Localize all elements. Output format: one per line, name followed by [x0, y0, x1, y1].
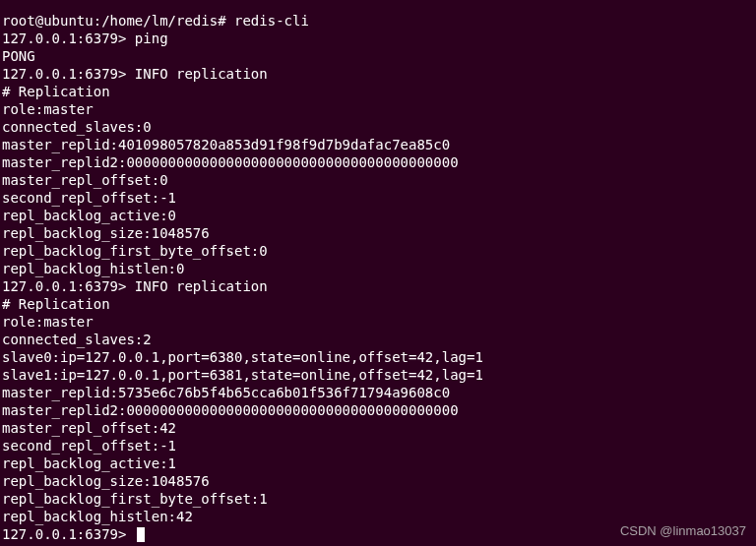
watermark-text: CSDN @linmao13037 — [620, 522, 746, 540]
redis-prompt: 127.0.0.1:6379> — [2, 278, 135, 294]
terminal-cursor — [137, 527, 145, 542]
output-line: repl_backlog_active:1 — [2, 455, 754, 472]
output-line: master_replid:401098057820a853d91f98f9d7… — [2, 136, 754, 153]
redis-prompt-line: 127.0.0.1:6379> ping — [2, 30, 754, 47]
shell-prompt: root@ubuntu:/home/lm/redis# — [2, 13, 234, 29]
output-line: master_replid2:0000000000000000000000000… — [2, 401, 754, 419]
output-line: master_replid:5735e6c76b5f4b65cca6b01f53… — [2, 384, 754, 401]
output-line: slave1:ip=127.0.0.1,port=6381,state=onli… — [2, 366, 754, 384]
output-line: repl_backlog_active:0 — [2, 207, 754, 224]
output-line: repl_backlog_first_byte_offset:1 — [2, 490, 754, 508]
output-pong: PONG — [2, 47, 754, 65]
output-line: role:master — [2, 313, 754, 331]
partial-previous-line — [2, 4, 754, 12]
output-line: second_repl_offset:-1 — [2, 437, 754, 455]
output-line: connected_slaves:0 — [2, 118, 754, 136]
output-line: repl_backlog_first_byte_offset:0 — [2, 242, 754, 260]
output-line: master_repl_offset:0 — [2, 171, 754, 189]
shell-command: redis-cli — [234, 13, 309, 29]
output-line: # Replication — [2, 83, 754, 100]
redis-prompt-line: 127.0.0.1:6379> INFO replication — [2, 65, 754, 83]
redis-command: INFO replication — [135, 278, 268, 294]
redis-command: INFO replication — [135, 66, 268, 82]
redis-prompt: 127.0.0.1:6379> — [2, 525, 135, 543]
redis-prompt-line: 127.0.0.1:6379> INFO replication — [2, 277, 754, 295]
output-line: role:master — [2, 100, 754, 118]
output-line: master_repl_offset:42 — [2, 419, 754, 437]
output-line: repl_backlog_histlen:0 — [2, 260, 754, 277]
redis-command: ping — [135, 30, 168, 46]
output-line: # Replication — [2, 295, 754, 313]
output-line: master_replid2:0000000000000000000000000… — [2, 153, 754, 171]
output-line: connected_slaves:2 — [2, 331, 754, 348]
output-line: slave0:ip=127.0.0.1,port=6380,state=onli… — [2, 348, 754, 366]
redis-prompt: 127.0.0.1:6379> — [2, 30, 135, 46]
shell-prompt-line: root@ubuntu:/home/lm/redis# redis-cli — [2, 12, 754, 30]
redis-prompt: 127.0.0.1:6379> — [2, 66, 135, 82]
output-line: repl_backlog_size:1048576 — [2, 224, 754, 242]
output-line: repl_backlog_size:1048576 — [2, 472, 754, 490]
output-line: second_repl_offset:-1 — [2, 189, 754, 207]
